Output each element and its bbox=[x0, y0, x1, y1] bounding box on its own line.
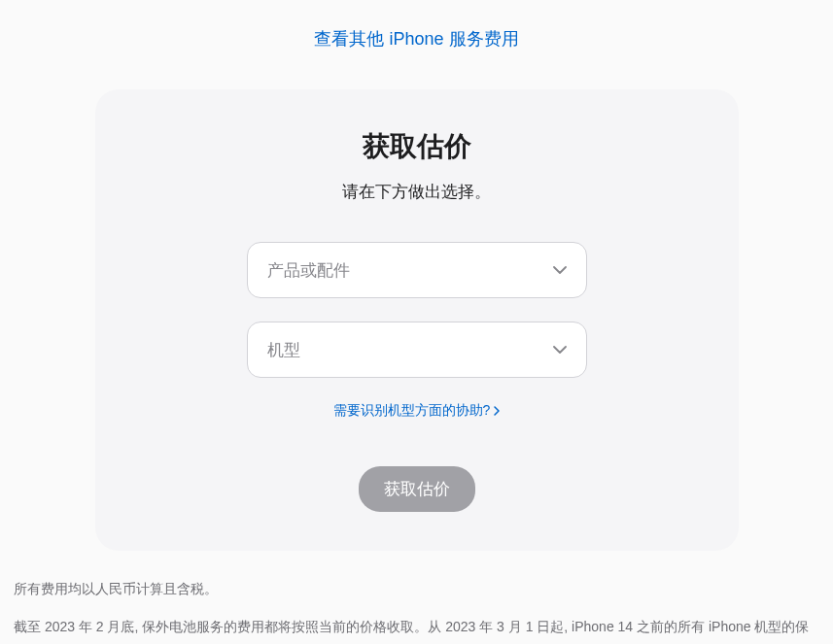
footer-line-1: 所有费用均以人民币计算且含税。 bbox=[14, 574, 819, 604]
chevron-down-icon bbox=[553, 263, 567, 277]
chevron-down-icon bbox=[553, 343, 567, 356]
footer-disclaimer: 所有费用均以人民币计算且含税。 截至 2023 年 2 月底, 保外电池服务的费… bbox=[0, 551, 833, 644]
estimate-card: 获取估价 请在下方做出选择。 产品或配件 机型 需要识别机型方面的协助? 获取估… bbox=[95, 89, 739, 551]
other-service-fees-link[interactable]: 查看其他 iPhone 服务费用 bbox=[314, 29, 518, 49]
get-estimate-button[interactable]: 获取估价 bbox=[359, 466, 475, 512]
help-link-label: 需要识别机型方面的协助? bbox=[333, 402, 491, 420]
card-title: 获取估价 bbox=[124, 128, 710, 165]
product-select-label: 产品或配件 bbox=[267, 259, 350, 282]
model-select[interactable]: 机型 bbox=[247, 322, 587, 378]
footer-line-2: 截至 2023 年 2 月底, 保外电池服务的费用都将按照当前的价格收取。从 2… bbox=[14, 612, 819, 644]
help-identify-model-link[interactable]: 需要识别机型方面的协助? bbox=[333, 402, 501, 420]
chevron-right-icon bbox=[494, 406, 500, 416]
model-select-label: 机型 bbox=[267, 339, 300, 361]
card-subtitle: 请在下方做出选择。 bbox=[124, 181, 710, 203]
product-select[interactable]: 产品或配件 bbox=[247, 242, 587, 298]
top-link-container: 查看其他 iPhone 服务费用 bbox=[0, 0, 833, 70]
footer-line-2-text: 截至 2023 年 2 月底, 保外电池服务的费用都将按照当前的价格收取。从 2… bbox=[14, 619, 809, 644]
